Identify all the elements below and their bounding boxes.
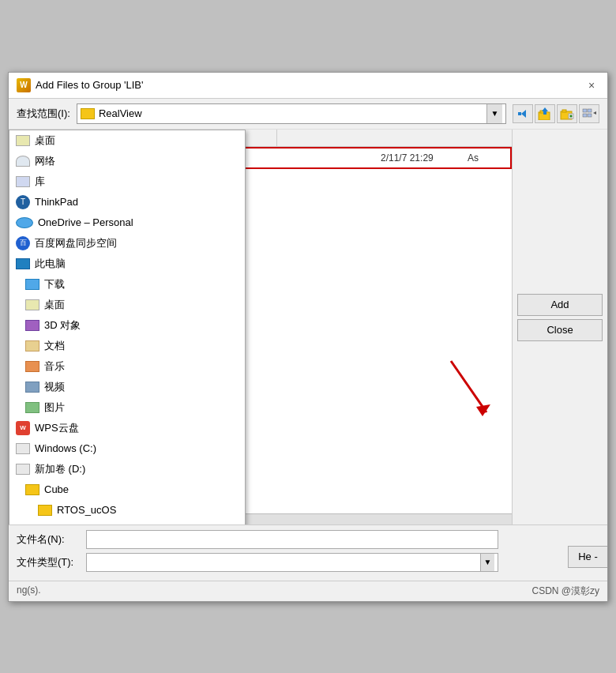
dropdown-item-3d[interactable]: 3D 对象 [9, 315, 245, 336]
location-text: RealView [99, 107, 486, 119]
dropdown-item-drive-c[interactable]: Windows (C:) [9, 438, 245, 459]
filetype-combo[interactable]: ▼ [86, 553, 498, 572]
dropdown-item-network[interactable]: 网络 [9, 151, 245, 171]
main-area: 桌面 网络 库 T ThinkPad [9, 130, 607, 524]
help-button[interactable]: He - [568, 546, 607, 568]
location-folder-icon [81, 108, 95, 119]
dropdown-item-video[interactable]: 视频 [9, 377, 245, 397]
view-btn[interactable] [579, 104, 599, 123]
new-folder-btn[interactable] [557, 104, 577, 123]
svg-rect-6 [562, 110, 566, 112]
watermark: CSDN @漠彰zy [531, 585, 599, 598]
svg-rect-10 [583, 109, 587, 112]
dropdown-item-docs[interactable]: 文档 [9, 336, 245, 356]
dialog-title: Add Files to Group 'LIB' [36, 79, 143, 91]
close-title-btn[interactable]: × [584, 77, 599, 93]
main-dialog: W Add Files to Group 'LIB' × 查找范围(I): Re… [8, 72, 608, 602]
dropdown-item-drive-d[interactable]: 新加卷 (D:) [9, 459, 245, 479]
dropdown-item-music[interactable]: 音乐 [9, 356, 245, 377]
dropdown-item-pictures[interactable]: 图片 [9, 397, 245, 418]
filetype-label: 文件类型(T): [17, 555, 80, 570]
app-icon: W [17, 78, 31, 92]
location-combo[interactable]: RealView ▼ [77, 103, 506, 124]
filename-input[interactable] [86, 530, 498, 549]
dropdown-item-baidu[interactable]: 百 百度网盘同步空间 [9, 233, 245, 254]
dropdown-item-desktop[interactable]: 桌面 [9, 130, 245, 151]
location-label: 查找范围(I): [17, 107, 70, 121]
dropdown-item-thispc[interactable]: 此电脑 [9, 254, 245, 274]
svg-rect-1 [518, 112, 521, 115]
up-folder-btn[interactable] [535, 104, 555, 123]
title-bar: W Add Files to Group 'LIB' × [9, 73, 607, 99]
file-list-area: 桌面 网络 库 T ThinkPad [9, 130, 513, 524]
close-button[interactable]: Close [517, 319, 603, 341]
status-text: ng(s). [17, 585, 41, 598]
dropdown-item-mdkarm[interactable]: MDK-ARM [9, 521, 245, 524]
toolbar: 查找范围(I): RealView ▼ [9, 99, 607, 130]
file-type: As [468, 152, 507, 164]
dropdown-item-onedrive[interactable]: OneDrive – Personal [9, 212, 245, 233]
svg-marker-0 [521, 110, 526, 118]
dropdown-item-rtos[interactable]: RTOS_ucOS [9, 500, 245, 521]
filetype-row: 文件类型(T): ▼ [17, 553, 599, 572]
filename-label: 文件名(N): [17, 532, 80, 547]
dropdown-item-library[interactable]: 库 [9, 171, 245, 192]
dropdown-item-desktop2[interactable]: 桌面 [9, 295, 245, 315]
dropdown-item-downloads[interactable]: 下载 [9, 274, 245, 295]
filename-row: 文件名(N): [17, 530, 599, 549]
location-dropdown[interactable]: 桌面 网络 库 T ThinkPad [9, 130, 246, 524]
svg-marker-14 [593, 111, 596, 115]
svg-rect-13 [588, 114, 592, 117]
dropdown-item-wps[interactable]: W WPS云盘 [9, 418, 245, 438]
dropdown-item-cube[interactable]: Cube [9, 479, 245, 500]
add-button[interactable]: Add [517, 294, 603, 316]
back-btn[interactable] [513, 104, 533, 123]
svg-rect-11 [588, 109, 592, 112]
svg-rect-12 [583, 114, 587, 117]
right-panel: Add Close [513, 130, 607, 524]
dropdown-item-thinkpad[interactable]: T ThinkPad [9, 192, 245, 212]
file-date: 2/11/7 21:29 [381, 152, 468, 164]
bottom-area: 文件名(N): 文件类型(T): ▼ [9, 524, 607, 581]
status-bar: ng(s). CSDN @漠彰zy [9, 581, 607, 601]
filetype-dropdown-btn[interactable]: ▼ [480, 554, 494, 571]
location-dropdown-btn[interactable]: ▼ [486, 104, 502, 123]
